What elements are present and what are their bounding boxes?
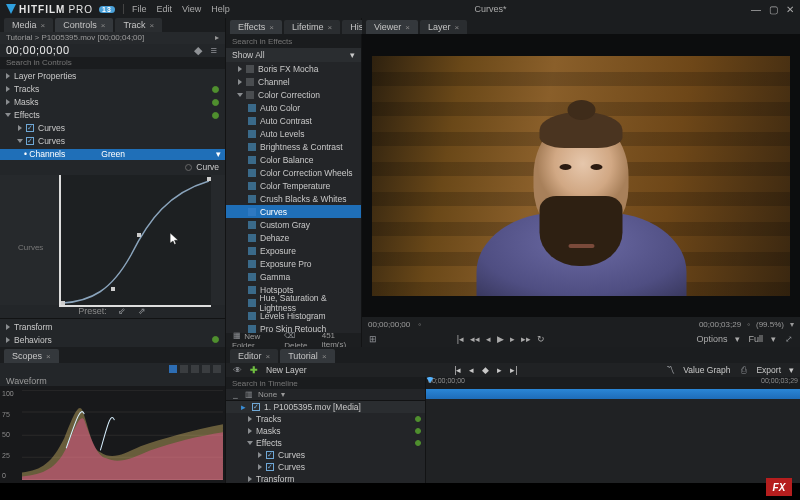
disclosure-open-icon[interactable] (5, 113, 11, 117)
effects-search-input[interactable] (226, 37, 361, 46)
add-track-button[interactable] (212, 86, 219, 93)
scope-mode-icon[interactable] (180, 365, 188, 373)
effect-item[interactable]: Color Balance (226, 153, 361, 166)
effect-item[interactable]: Auto Color (226, 101, 361, 114)
add-mask-button[interactable] (212, 99, 219, 106)
effect-item[interactable]: Gamma (226, 270, 361, 283)
maximize-button[interactable]: ▢ (769, 4, 778, 15)
viewer-tabbar[interactable]: Viewer× Layer× (362, 18, 800, 34)
loop-icon[interactable]: ↻ (537, 334, 545, 344)
effect-curves-a[interactable]: Curves (38, 123, 65, 133)
scope-mode-icon[interactable] (191, 365, 199, 373)
new-layer-button[interactable]: New Layer (266, 365, 307, 375)
transport-bar[interactable]: ⊞ |◂ ◂◂ ◂ ▶ ▸ ▸▸ ↻ Options▾ Full▾ ⤢ (362, 331, 800, 347)
visibility-icon[interactable]: 👁 (232, 365, 242, 375)
safe-zones-icon[interactable]: ⊞ (368, 334, 378, 344)
main-menu[interactable]: File Edit View Help (132, 4, 230, 14)
new-layer-plus-icon[interactable]: ✚ (250, 365, 258, 375)
tab-controls[interactable]: Controls× (55, 18, 113, 32)
dropdown-icon[interactable]: ▾ (789, 365, 794, 375)
effect-item[interactable]: Custom Gray (226, 218, 361, 231)
effect-enable-checkbox[interactable] (266, 451, 274, 459)
scope-mode-icon[interactable] (213, 365, 221, 373)
menu-file[interactable]: File (132, 4, 147, 14)
effects-folder[interactable]: Boris FX Mocha (258, 64, 318, 74)
curve-editor[interactable]: Curves (0, 175, 225, 305)
new-folder-icon[interactable]: ▦ (232, 331, 242, 341)
controls-search[interactable] (0, 57, 225, 69)
disclosure-icon[interactable] (6, 99, 10, 105)
tab-viewer[interactable]: Viewer× (366, 20, 418, 34)
viewer-quality[interactable]: Full (748, 334, 763, 344)
tab-track[interactable]: Track× (115, 18, 162, 32)
editor-tabbar[interactable]: Editor× Tutorial× (226, 347, 800, 363)
effects-folder[interactable]: Channel (258, 77, 290, 87)
window-controls[interactable]: — ▢ ✕ (751, 4, 794, 15)
timeline-search-input[interactable] (226, 379, 425, 388)
effect-curves-a[interactable]: Curves (278, 450, 305, 460)
tab-editor[interactable]: Editor× (230, 349, 278, 363)
effects-folder[interactable]: Color Correction (258, 90, 320, 100)
effect-item[interactable]: Crush Blacks & Whites (226, 192, 361, 205)
tab-lifetime[interactable]: Lifetime× (284, 20, 340, 34)
effect-item[interactable]: Color Correction Wheels (226, 166, 361, 179)
viewer-canvas[interactable] (362, 34, 800, 317)
tab-effects[interactable]: Effects× (230, 20, 282, 34)
dropdown-icon[interactable]: ▾ (216, 149, 221, 159)
playhead-icon[interactable] (426, 377, 434, 383)
effect-item[interactable]: Auto Contrast (226, 114, 361, 127)
menu-view[interactable]: View (182, 4, 201, 14)
effect-item[interactable]: Brightness & Contrast (226, 140, 361, 153)
effect-item[interactable]: Dehaze (226, 231, 361, 244)
effect-item[interactable]: Hue, Saturation & Lightness (226, 296, 361, 309)
tab-layer[interactable]: Layer× (420, 20, 467, 34)
link-icon[interactable]: ⎯ (230, 390, 240, 400)
viewer-options[interactable]: Options (696, 334, 727, 344)
add-effect-button[interactable] (212, 112, 219, 119)
kf-nav-icon[interactable]: |◂ (454, 365, 461, 375)
value-graph-icon[interactable]: 〽 (665, 365, 675, 375)
effects-search[interactable] (226, 34, 361, 48)
tab-scopes[interactable]: Scopes× (4, 349, 59, 363)
disclosure-icon[interactable] (18, 125, 22, 131)
expand-icon[interactable]: ⤢ (784, 334, 794, 344)
timeline[interactable]: 00;00;00;00 00;00;03;29 (426, 377, 800, 483)
scopes-tabbar[interactable]: Scopes× (0, 347, 225, 363)
menu-icon[interactable]: ≡ (209, 45, 219, 55)
kf-nav-icon[interactable]: ▸ (497, 365, 502, 375)
effect-item[interactable]: Curves (226, 205, 361, 218)
delete-icon[interactable]: ⌫ (284, 331, 294, 341)
next-frame-icon[interactable]: ▸▸ (521, 334, 531, 344)
preset-save-icon[interactable]: ⇗ (137, 306, 147, 316)
prev-frame-icon[interactable]: ◂◂ (470, 334, 480, 344)
tracks-group[interactable]: Tracks (256, 414, 281, 424)
tab-tutorial[interactable]: Tutorial× (280, 349, 334, 363)
blend-mode-value[interactable]: None (258, 390, 277, 399)
play-icon[interactable]: ▶ (497, 334, 504, 344)
dropdown-icon[interactable]: ▾ (350, 50, 355, 60)
effect-enable-checkbox[interactable] (266, 463, 274, 471)
step-fwd-icon[interactable]: ▸ (510, 334, 515, 344)
effect-item[interactable]: Exposure Pro (226, 257, 361, 270)
close-button[interactable]: ✕ (786, 4, 794, 15)
export-icon[interactable]: ⎙ (738, 365, 748, 375)
effect-curves-b[interactable]: Curves (38, 136, 65, 146)
masks-group[interactable]: Masks (256, 426, 281, 436)
effects-group[interactable]: Effects (256, 438, 282, 448)
effects-tabbar[interactable]: Effects× Lifetime× His (226, 18, 361, 34)
keyframe-toggle[interactable] (185, 164, 192, 171)
export-button[interactable]: Export (756, 365, 781, 375)
disclosure-open-icon[interactable] (17, 139, 23, 143)
disclosure-icon[interactable] (238, 79, 242, 85)
transform-group[interactable]: Transform (256, 474, 294, 483)
disclosure-icon[interactable] (6, 86, 10, 92)
scope-mode-icon[interactable] (202, 365, 210, 373)
disclosure-icon[interactable] (6, 337, 10, 343)
effect-item[interactable]: Color Temperature (226, 179, 361, 192)
timeline-layer-tree[interactable]: ⎯ ▥ None ▾ ▸1. P1005395.mov [Media] Trac… (226, 377, 426, 483)
channel-selector[interactable]: • Channels Green ▾ (0, 149, 225, 160)
preset-load-icon[interactable]: ⇙ (117, 306, 127, 316)
add-behavior-button[interactable] (212, 336, 219, 343)
kf-nav-icon[interactable]: ▸| (510, 365, 517, 375)
layer-clip-name[interactable]: 1. P1005395.mov [Media] (264, 402, 361, 412)
